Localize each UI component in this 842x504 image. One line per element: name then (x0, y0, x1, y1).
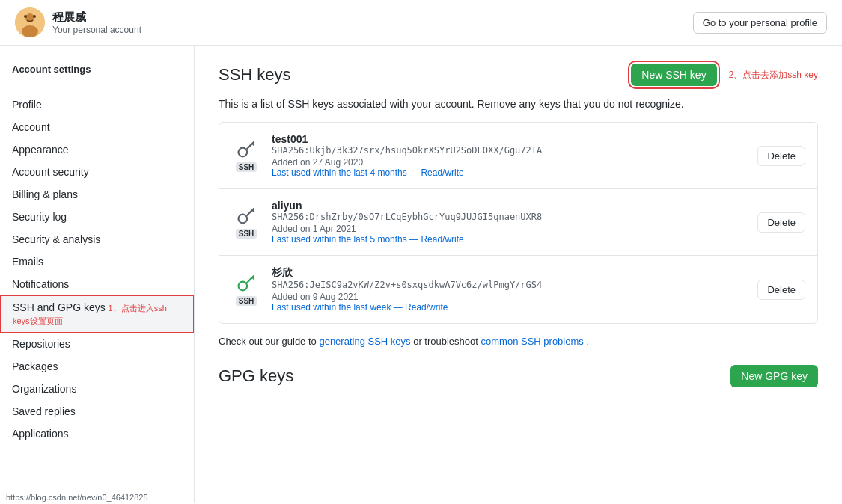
header: 程展威 Your personal account Go to your per… (0, 0, 842, 46)
sidebar: Account settings Profile Account Appeara… (0, 46, 195, 503)
delete-key-button[interactable]: Delete (757, 212, 805, 233)
key-icon-wrap: SSH (231, 139, 261, 172)
key-usage: Last used within the last week — Read/wr… (272, 302, 747, 313)
key-badge: SSH (236, 296, 257, 306)
key-icon (236, 206, 257, 227)
svg-line-11 (252, 210, 254, 212)
ssh-page-header: SSH keys New SSH key 2、点击去添加ssh key (219, 64, 818, 86)
key-details: aliyun SHA256:DrshZrby/0sO7rLCqEybhGcrYu… (272, 200, 747, 245)
sidebar-item-packages[interactable]: Packages (0, 355, 194, 378)
svg-line-16 (250, 278, 251, 280)
guide-middle: or troubleshoot (413, 336, 481, 347)
guide-suffix: . (586, 336, 589, 347)
sidebar-item-saved-replies[interactable]: Saved replies (0, 400, 194, 422)
sidebar-item-appearance[interactable]: Appearance (0, 138, 194, 161)
key-details: test001 SHA256:Ukjb/3k327srx/hsuq50krXSY… (272, 133, 747, 178)
svg-point-13 (239, 282, 248, 291)
username: 程展威 (52, 10, 141, 25)
table-row: SSH test001 SHA256:Ukjb/3k327srx/hsuq50k… (219, 123, 817, 189)
ssh-guide-text: Check out our guide to generating SSH ke… (219, 336, 818, 347)
key-name: aliyun (272, 200, 747, 212)
go-to-profile-button[interactable]: Go to your personal profile (693, 12, 827, 34)
new-ssh-annotation: 2、点击去添加ssh key (729, 69, 818, 82)
key-fingerprint: SHA256:JeISC9a2vKW/Z2v+s0sxqsdkwA7Vc6z/w… (272, 280, 747, 290)
key-badge: SSH (236, 162, 257, 172)
svg-point-2 (22, 25, 38, 37)
url-bar: https://blog.csdn.net/nev/n0_46412825 (0, 491, 154, 503)
key-icon (236, 139, 257, 160)
key-usage: Last used within the last 4 months — Rea… (272, 168, 747, 178)
svg-line-15 (252, 277, 254, 279)
ssh-header-right: New SSH key 2、点击去添加ssh key (631, 64, 818, 86)
header-left: 程展威 Your personal account (15, 7, 141, 37)
ssh-key-list: SSH test001 SHA256:Ukjb/3k327srx/hsuq50k… (219, 122, 818, 324)
svg-line-8 (250, 144, 251, 146)
sidebar-item-ssh-gpg[interactable]: SSH and GPG keys 1、点击进入ssh keys设置页面 (0, 295, 194, 333)
key-icon-wrap: SSH (231, 206, 261, 239)
key-fingerprint: SHA256:DrshZrby/0sO7rLCqEybhGcrYuq9JUJGI… (272, 212, 747, 222)
sidebar-item-security-log[interactable]: Security log (0, 206, 194, 228)
user-info: 程展威 Your personal account (52, 10, 141, 35)
key-icon (236, 273, 257, 294)
sidebar-item-profile[interactable]: Profile (0, 93, 194, 116)
key-added: Added on 9 Aug 2021 (272, 292, 747, 302)
gpg-section-title: GPG keys (219, 366, 293, 386)
sidebar-item-organizations[interactable]: Organizations (0, 378, 194, 400)
account-type: Your personal account (52, 25, 141, 35)
main-layout: Account settings Profile Account Appeara… (0, 46, 842, 503)
sidebar-item-repositories[interactable]: Repositories (0, 333, 194, 355)
key-name: test001 (272, 133, 747, 145)
sidebar-item-emails[interactable]: Emails (0, 251, 194, 273)
delete-key-button[interactable]: Delete (757, 146, 805, 166)
sidebar-item-account-security[interactable]: Account security (0, 161, 194, 183)
sidebar-item-applications[interactable]: Applications (0, 422, 194, 445)
key-added: Added on 1 Apr 2021 (272, 224, 747, 234)
sidebar-section-title: Account settings (0, 58, 194, 81)
svg-point-4 (33, 15, 36, 18)
table-row: SSH 杉欣 SHA256:JeISC9a2vKW/Z2v+s0sxqsdkwA… (219, 256, 817, 323)
svg-point-9 (239, 215, 248, 224)
key-usage: Last used within the last 5 months — Rea… (272, 234, 747, 245)
sidebar-item-security-analysis[interactable]: Security & analysis (0, 228, 194, 251)
sidebar-item-notifications[interactable]: Notifications (0, 273, 194, 295)
gpg-page-header: GPG keys New GPG key (219, 365, 818, 387)
guide-link-troubleshoot[interactable]: common SSH problems (481, 336, 584, 347)
sidebar-item-account[interactable]: Account (0, 116, 194, 138)
svg-point-5 (239, 148, 248, 157)
table-row: SSH aliyun SHA256:DrshZrby/0sO7rLCqEybhG… (219, 189, 817, 256)
guide-link-generating[interactable]: generating SSH keys (319, 336, 410, 347)
delete-key-button[interactable]: Delete (757, 280, 805, 300)
key-details: 杉欣 SHA256:JeISC9a2vKW/Z2v+s0sxqsdkwA7Vc6… (272, 266, 747, 313)
key-fingerprint: SHA256:Ukjb/3k327srx/hsuq50krXSYrU2SoDLO… (272, 145, 747, 156)
content-area: SSH keys New SSH key 2、点击去添加ssh key This… (195, 46, 842, 503)
avatar (15, 7, 45, 37)
svg-line-7 (252, 144, 254, 145)
key-badge: SSH (236, 229, 257, 239)
guide-prefix: Check out our guide to (219, 336, 319, 347)
key-icon-wrap: SSH (231, 273, 261, 306)
svg-point-3 (24, 15, 27, 18)
key-name: 杉欣 (272, 266, 747, 280)
new-gpg-key-button[interactable]: New GPG key (730, 365, 818, 387)
svg-line-12 (250, 211, 251, 212)
ssh-description: This is a list of SSH keys associated wi… (219, 98, 818, 110)
sidebar-item-billing[interactable]: Billing & plans (0, 183, 194, 206)
ssh-section-title: SSH keys (219, 65, 291, 84)
new-ssh-key-button[interactable]: New SSH key (631, 64, 716, 86)
key-added: Added on 27 Aug 2020 (272, 157, 747, 168)
sidebar-divider (0, 87, 194, 87)
